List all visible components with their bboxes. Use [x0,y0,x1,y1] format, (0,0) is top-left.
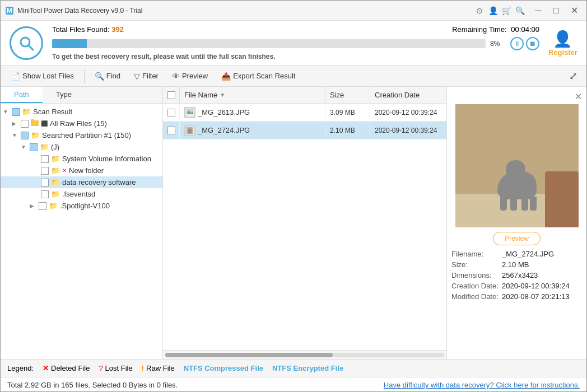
tree-item-new-folder[interactable]: ▶ 📁 ✕ New folder [1,165,162,176]
preview-icon: 👁 [172,72,180,81]
horizontal-scrollbar[interactable] [163,350,446,359]
remaining-time-text: Remaining Time: 00:04:00 [452,25,539,34]
maximize-button[interactable]: □ [548,3,564,18]
progress-controls: ⏸ ⏹ [510,37,539,50]
tree-check-part[interactable] [21,132,29,139]
export-icon: 📤 [221,72,231,81]
svg-point-13 [188,128,192,134]
tree-check-raw[interactable] [21,120,29,128]
legend-bar: Legend: ✕ Deleted File ? Lost File ! Raw… [1,359,586,377]
tree-check-j[interactable] [30,143,38,151]
tree-item-scan-result[interactable]: ▼ 📁 Scan Result [1,106,162,118]
stop-button[interactable]: ⏹ [526,37,539,50]
folder-icon-part: 📁 [31,131,40,139]
header-info: Total Files Found: 392 Remaining Time: 0… [52,25,539,60]
toolbar-separator-1 [84,69,85,83]
tree-check-fs[interactable] [41,190,49,198]
legend-raw: ! Raw File [142,364,175,372]
title-bar: M MiniTool Power Data Recovery v9.0 - Tr… [1,1,586,21]
legend-ntfs-encrypted: NTFS Encrypted File [272,364,343,372]
tree-item-fseventsd[interactable]: ▶ 📁 .fseventsd [1,188,162,200]
file-thumb-1 [184,107,195,118]
app-icon: M [5,6,14,15]
tab-type[interactable]: Type [43,87,85,103]
help-icon[interactable]: ⊙ [473,4,486,17]
search-icon[interactable]: 🔍 [514,4,526,17]
progress-bar [52,39,486,48]
col-header-creation[interactable]: Creation Date [370,87,446,103]
svg-line-3 [29,45,33,50]
info-row-filename: Filename: _MG_2724.JPG [451,250,582,258]
tree-item-spotlight[interactable]: ▶ 📁 .Spotlight-V100 [1,200,162,212]
window-title: MiniTool Power Data Recovery v9.0 - Tria… [17,7,473,15]
cart-icon[interactable]: 🛒 [500,4,513,17]
tree-check-sv[interactable] [41,155,49,163]
file-size-2: 2.10 MB [325,122,370,139]
file-thumb-2 [184,125,195,136]
header: Total Files Found: 392 Remaining Time: 0… [1,21,586,66]
register-button[interactable]: 👤 Register [548,30,577,57]
dog-leg4 [530,197,537,211]
tree-item-data-recovery[interactable]: ▶ 📁 data recovery software [1,176,162,188]
file-row-1[interactable]: _MG_2613.JPG 3.09 MB 2020-09-12 00:39:24… [163,104,446,122]
file-check-1[interactable] [163,104,180,121]
col-header-name[interactable]: File Name ▼ [180,87,325,103]
show-lost-files-button[interactable]: 📄 Show Lost Files [5,69,80,83]
expand-icon-part[interactable]: ▼ [12,132,18,138]
lost-files-icon: 📄 [11,72,20,81]
folder-icon-j: 📁 [40,143,49,151]
info-row-dimensions: Dimensions: 2567x3423 [451,271,582,279]
tree-item-j[interactable]: ▼ 📁 (J) [1,141,162,153]
scan-icon [10,26,43,60]
tab-path[interactable]: Path [1,87,43,103]
preview-toolbar-button[interactable]: 👁 Preview [166,69,213,83]
pause-button[interactable]: ⏸ [510,37,524,50]
preview-close-button[interactable]: ✕ [575,91,582,102]
expand-icon-raw[interactable]: ▶ [12,120,18,127]
folder-icon-sv: 📁 [51,155,60,163]
share-button[interactable]: ⤢ [565,68,582,85]
preview-action-button[interactable]: Preview [493,232,541,245]
folder-icon-nf: 📁 [51,166,60,175]
help-link[interactable]: Have difficulty with data recovery? Clic… [384,381,580,389]
col-header-size[interactable]: Size [325,87,370,103]
tree-area: ▼ 📁 Scan Result ▶ ⬛ All Raw Files (15) ▼… [1,104,162,359]
close-button[interactable]: ✕ [566,3,582,18]
progress-fill [52,39,87,48]
file-size-1: 3.09 MB [325,104,370,121]
tree-check-dr[interactable] [41,179,49,186]
preview-panel: ✕ Preview Filename: _MG_2724.JPG Size: [446,87,586,359]
filter-button[interactable]: ▽ Filter [128,69,164,83]
tree-item-partition[interactable]: ▼ 📁 Searched Partition #1 (150) [1,129,162,141]
tree-item-system-volume[interactable]: ▶ 📁 System Volume Information [1,153,162,165]
expand-icon[interactable]: ▼ [3,109,10,115]
user-icon[interactable]: 👤 [487,4,499,17]
file-list-panel: File Name ▼ Size Creation Date Modifi... [163,87,446,359]
file-date-1: 2020-09-12 00:39:24 [370,104,446,121]
tree-check-scan[interactable] [12,108,20,116]
info-row-modified: Modified Date: 2020-08-07 20:21:13 [451,292,582,301]
info-row-size: Size: 2.10 MB [451,260,582,269]
file-check-2[interactable] [163,122,180,139]
export-scan-button[interactable]: 📤 Export Scan Result [216,69,301,83]
file-date-2: 2020-09-12 00:39:24 [370,122,446,139]
total-files-text: Total Files Found: 392 [52,25,124,34]
file-name-1: _MG_2613.JPG [180,104,325,121]
status-bar: Total 2,92 GB in 165 files. Selected 0 B… [1,377,586,392]
tree-item-all-raw[interactable]: ▶ ⬛ All Raw Files (15) [1,118,162,129]
expand-icon-j[interactable]: ▼ [21,144,27,150]
dog-leg1 [500,195,507,211]
find-button[interactable]: 🔍 Find [89,69,126,83]
register-icon: 👤 [553,30,572,48]
main-area: Path Type ▼ 📁 Scan Result ▶ ⬛ All Raw Fi… [1,87,586,359]
file-row-2[interactable]: _MG_2724.JPG 2.10 MB 2020-09-12 00:39:24… [163,122,446,139]
tree-check-nf[interactable] [41,167,49,175]
tree-check-sp[interactable] [39,202,46,210]
legend-ntfs-compressed: NTFS Compressed File [184,364,263,372]
folder-icon-sp: 📁 [49,202,58,210]
progress-percent: 8% [490,40,506,48]
minimize-button[interactable]: ─ [530,3,546,18]
select-all-check[interactable] [167,91,175,99]
expand-icon-sp[interactable]: ▶ [30,203,36,209]
folder-icon-dr: 📁 [51,178,60,186]
